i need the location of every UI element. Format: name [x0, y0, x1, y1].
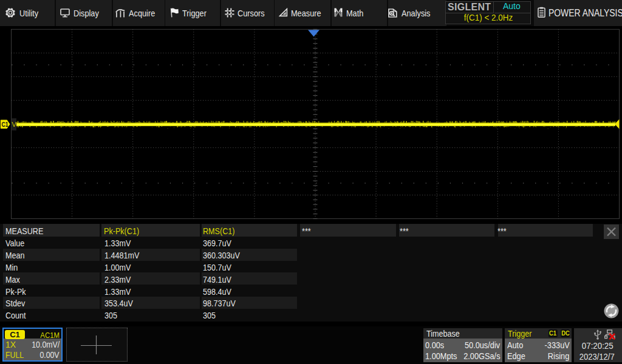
- svg-text:V: V: [12, 121, 16, 128]
- svg-text:C1: C1: [2, 121, 9, 128]
